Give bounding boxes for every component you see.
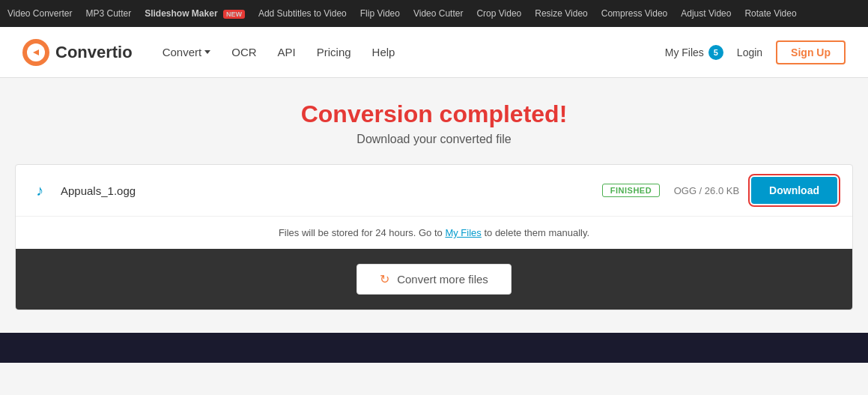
nav-item-help[interactable]: Help [372,46,395,58]
chevron-down-icon [204,50,210,54]
refresh-icon: ↻ [380,272,389,286]
top-nav-item-video-cutter[interactable]: Video Cutter [413,8,464,19]
file-name: Appuals_1.ogg [61,184,590,197]
top-nav-item-video-converter[interactable]: Video Converter [7,8,73,19]
logo[interactable]: Convertio [22,39,133,66]
top-nav-item-resize-video[interactable]: Resize Video [535,8,588,19]
storage-notice: Files will be stored for 24 hours. Go to… [16,217,852,249]
music-icon: ♪ [31,182,49,199]
top-nav-item-crop-video[interactable]: Crop Video [476,8,521,19]
watermark-bar [0,333,868,363]
nav-item-ocr[interactable]: OCR [231,46,256,58]
top-nav-item-rotate-video[interactable]: Rotate Video [744,8,796,19]
main-content: Conversion completed! Download your conv… [0,78,868,333]
files-count-badge: 5 [708,45,723,60]
my-files-link[interactable]: My Files [445,227,481,238]
conversion-subtitle: Download your converted file [15,133,853,146]
top-nav-item-slideshow-maker[interactable]: Slideshow Maker NEW [145,8,245,19]
convert-more-button[interactable]: ↻ Convert more files [356,264,512,295]
file-card: ♪ Appuals_1.ogg FINISHED OGG / 26.0 KB D… [15,164,853,310]
nav-item-convert[interactable]: Convert [163,46,211,58]
file-size: OGG / 26.0 KB [672,185,739,196]
top-nav-bar: Video Converter MP3 Cutter Slideshow Mak… [0,0,868,27]
download-button[interactable]: Download [751,177,837,204]
new-badge: NEW [223,10,245,19]
my-files-label: My Files [665,46,704,58]
logo-icon [22,39,49,66]
nav-item-pricing[interactable]: Pricing [317,46,351,58]
login-button[interactable]: Login [737,46,762,58]
nav-item-api[interactable]: API [278,46,296,58]
top-nav-item-compress-video[interactable]: Compress Video [601,8,668,19]
convert-more-section: ↻ Convert more files [16,249,852,310]
my-files-button[interactable]: My Files 5 [665,45,723,60]
top-nav-item-flip-video[interactable]: Flip Video [360,8,400,19]
signup-button[interactable]: Sign Up [776,40,846,64]
main-nav: Convert OCR API Pricing Help [163,46,665,58]
logo-text: Convertio [55,43,133,62]
header-right: My Files 5 Login Sign Up [665,40,846,64]
top-nav-item-add-subtitles[interactable]: Add Subtitles to Video [258,8,347,19]
header: Convertio Convert OCR API Pricing Help M… [0,27,868,78]
conversion-header: Conversion completed! Download your conv… [15,100,853,146]
conversion-title: Conversion completed! [15,100,853,128]
top-nav-item-adjust-video[interactable]: Adjust Video [681,8,731,19]
top-nav-item-mp3-cutter[interactable]: MP3 Cutter [86,8,132,19]
file-row: ♪ Appuals_1.ogg FINISHED OGG / 26.0 KB D… [16,165,852,217]
finished-badge: FINISHED [602,184,660,197]
